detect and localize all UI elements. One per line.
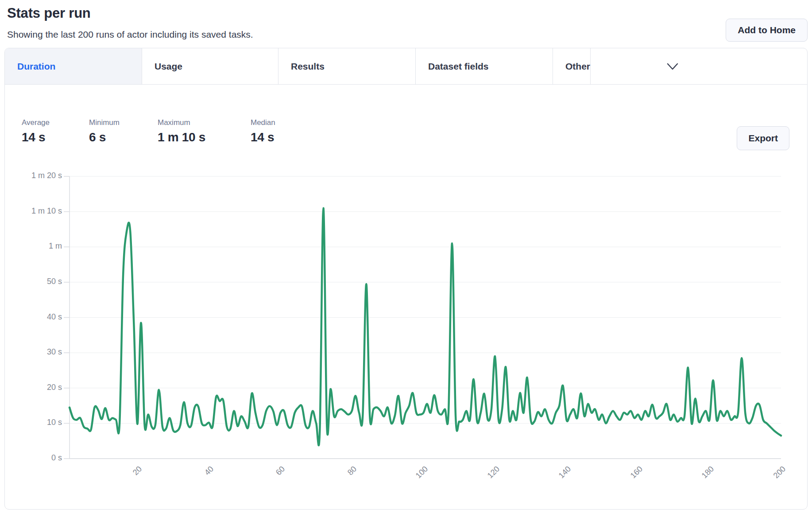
tab-dataset-fields[interactable]: Dataset fields: [416, 48, 553, 84]
stat-median-value: 14 s: [251, 130, 275, 144]
tab-other-label: Other: [565, 61, 590, 72]
tab-other[interactable]: Other: [553, 48, 591, 84]
tab-results[interactable]: Results: [278, 48, 416, 84]
tab-usage[interactable]: Usage: [142, 48, 278, 84]
tab-results-label: Results: [291, 61, 325, 72]
tab-dataset-fields-label: Dataset fields: [428, 61, 489, 72]
stat-maximum-label: Maximum: [158, 118, 205, 127]
stat-median: Median 14 s: [251, 118, 275, 144]
stat-maximum: Maximum 1 m 10 s: [158, 118, 205, 144]
stat-average: Average 14 s: [22, 118, 50, 144]
add-to-home-button[interactable]: Add to Home: [726, 19, 808, 42]
stats-card: Duration Usage Results Dataset fields Ot…: [4, 48, 808, 510]
stat-average-value: 14 s: [22, 130, 50, 144]
stat-maximum-value: 1 m 10 s: [158, 130, 205, 144]
stats-per-run-page: Stats per run Showing the last 200 runs …: [0, 0, 812, 514]
page-subtitle: Showing the last 200 runs of actor inclu…: [7, 29, 253, 40]
stat-average-label: Average: [22, 118, 50, 127]
stat-minimum: Minimum 6 s: [89, 118, 120, 144]
chevron-down-icon[interactable]: [667, 62, 678, 70]
stat-minimum-label: Minimum: [89, 118, 120, 127]
stat-median-label: Median: [251, 118, 275, 127]
page-title: Stats per run: [7, 5, 91, 21]
tab-bar: Duration Usage Results Dataset fields Ot…: [5, 48, 807, 85]
tab-duration-label: Duration: [17, 61, 55, 72]
tab-usage-label: Usage: [155, 61, 182, 72]
tab-duration[interactable]: Duration: [5, 48, 142, 84]
export-button[interactable]: Export: [737, 126, 789, 150]
stat-minimum-value: 6 s: [89, 130, 120, 144]
